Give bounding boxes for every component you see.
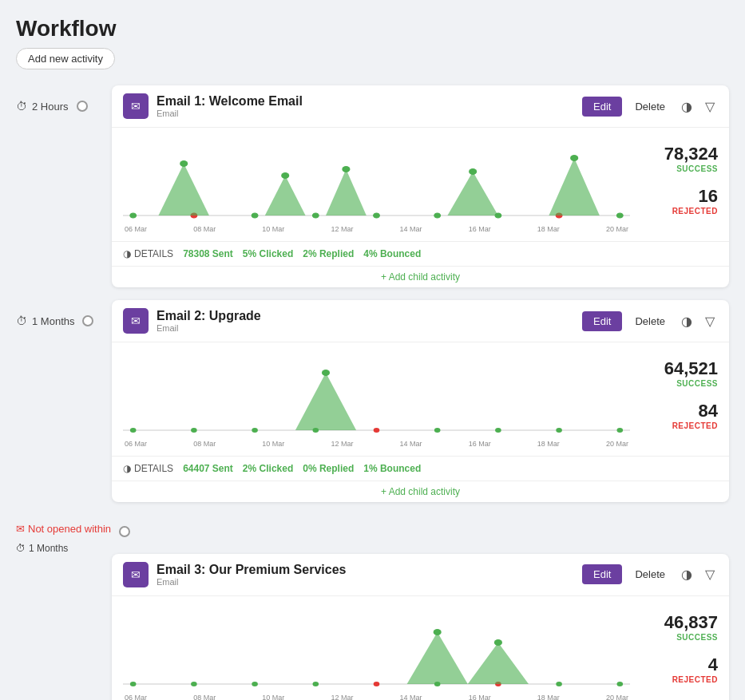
email2-subtitle: Email (157, 323, 574, 333)
pie-icon-footer-2: ◑ (123, 463, 131, 474)
add-activity-button[interactable]: Add new activity (16, 48, 115, 69)
email-icon-2: ✉ (123, 308, 149, 334)
edit-button-2[interactable]: Edit (582, 311, 622, 331)
filter-button-3[interactable]: ▽ (702, 564, 718, 585)
svg-point-19 (570, 155, 578, 161)
condition-time: ⏱ 1 Months (16, 543, 68, 554)
card-email1: ✉ Email 1: Welcome Email Email Edit Dele… (112, 85, 729, 287)
svg-point-26 (434, 428, 441, 433)
card-actions-3: Edit Delete ◑ ▽ (582, 564, 718, 585)
workflow-container: ⏱ 2 Hours ✉ Email 1: Welcome Email Email… (16, 85, 729, 700)
success-number-1: 78,324 (638, 144, 718, 164)
success-label-2: SUCCESS (638, 379, 718, 388)
svg-point-28 (556, 428, 562, 433)
footer-clicked-1: 5% Clicked (243, 248, 293, 259)
condition-label-email3: ✉ Not opened within ⏱ 1 Months (16, 515, 119, 554)
time-dot-2 (82, 315, 93, 326)
footer-replied-2: 0% Replied (303, 463, 354, 474)
delete-button-1[interactable]: Delete (628, 97, 672, 117)
email2-title: Email 2: Upgrade (157, 309, 574, 323)
pie-icon-footer-1: ◑ (123, 248, 131, 259)
svg-marker-42 (407, 632, 468, 684)
svg-point-40 (556, 682, 562, 686)
chart-area-2: 06 Mar08 Mar10 Mar12 Mar 14 Mar16 Mar18 … (123, 350, 630, 448)
edit-button-3[interactable]: Edit (582, 564, 622, 584)
email-icon-3: ✉ (123, 562, 149, 587)
time-value-2: 1 Months (32, 315, 74, 327)
time-label-email2: ⏱ 1 Months (16, 300, 112, 327)
chart-dates-3: 06 Mar08 Mar10 Mar12 Mar 14 Mar16 Mar18 … (123, 694, 630, 700)
footer-sent-2: 64407 Sent (183, 463, 233, 474)
svg-point-1 (130, 213, 137, 218)
pie-chart-button-3[interactable]: ◑ (678, 564, 695, 585)
svg-point-6 (434, 213, 441, 218)
svg-point-5 (374, 213, 380, 218)
card-actions-1: Edit Delete ◑ ▽ (582, 96, 718, 117)
filter-button-1[interactable]: ▽ (702, 96, 718, 117)
edit-button-1[interactable]: Edit (582, 97, 622, 117)
not-opened-text: ✉ Not opened within (16, 523, 111, 536)
details-label-1: DETAILS (134, 248, 173, 259)
email1-subtitle: Email (157, 109, 574, 118)
svg-point-9 (616, 213, 623, 218)
svg-point-29 (616, 428, 623, 433)
footer-sent-1: 78308 Sent (183, 248, 233, 259)
svg-point-37 (374, 682, 380, 686)
details-link-2[interactable]: ◑ DETAILS (123, 463, 173, 474)
chart-area-1: 06 Mar08 Mar10 Mar12 Mar 14 Mar16 Mar18 … (123, 136, 630, 233)
pie-chart-button-2[interactable]: ◑ (678, 310, 695, 332)
stats-area-3: 46,837 SUCCESS 4 REJECTED (638, 604, 718, 684)
footer-bounced-1: 4% Bounced (363, 248, 421, 259)
details-label-2: DETAILS (134, 463, 173, 474)
email3-subtitle: Email (157, 577, 574, 587)
delete-button-2[interactable]: Delete (628, 311, 672, 331)
chart-area-3: 06 Mar08 Mar10 Mar12 Mar 14 Mar16 Mar18 … (123, 604, 630, 700)
svg-point-41 (616, 682, 623, 686)
svg-marker-16 (447, 172, 498, 216)
svg-marker-44 (468, 643, 529, 684)
page-container: Workflow Add new activity ⏱ 2 Hours ✉ Em… (16, 16, 729, 700)
rejected-label-3: REJECTED (638, 675, 718, 684)
card-actions-2: Edit Delete ◑ ▽ (582, 310, 718, 332)
rejected-number-2: 84 (638, 401, 718, 421)
svg-point-27 (495, 428, 501, 433)
success-label-1: SUCCESS (638, 164, 718, 173)
stat-divider-3 (638, 642, 718, 655)
rejected-number-3: 4 (638, 655, 718, 675)
add-child-button-2[interactable]: + Add child activity (112, 481, 729, 502)
card-title-area-3: Email 3: Our Premium Services Email (157, 563, 574, 587)
card-email3: ✉ Email 3: Our Premium Services Email Ed… (112, 554, 729, 700)
pie-chart-button-1[interactable]: ◑ (678, 96, 695, 117)
activity-row-email1: ⏱ 2 Hours ✉ Email 1: Welcome Email Email… (16, 85, 729, 287)
chart-dates-2: 06 Mar08 Mar10 Mar12 Mar 14 Mar16 Mar18 … (123, 440, 630, 448)
envelope-icon-condition: ✉ (16, 523, 25, 536)
rejected-label-1: REJECTED (638, 207, 718, 216)
card-header-email3: ✉ Email 3: Our Premium Services Email Ed… (112, 554, 729, 596)
filter-button-2[interactable]: ▽ (702, 310, 718, 332)
rejected-label-2: REJECTED (638, 421, 718, 430)
delete-button-3[interactable]: Delete (628, 564, 672, 584)
svg-marker-14 (326, 169, 367, 216)
svg-point-45 (494, 639, 502, 646)
email-icon-1: ✉ (123, 93, 149, 119)
svg-marker-12 (265, 176, 306, 216)
svg-point-17 (469, 168, 477, 175)
stat-divider-1 (638, 173, 718, 186)
svg-marker-18 (549, 158, 600, 216)
activity-row-email2: ⏱ 1 Months ✉ Email 2: Upgrade Email Edit… (16, 300, 729, 502)
card-footer-1: ◑ DETAILS 78308 Sent 5% Clicked 2% Repli… (112, 241, 729, 266)
connector-dot-3 (119, 526, 130, 537)
svg-point-25 (374, 428, 380, 433)
chart-svg-1 (123, 136, 630, 223)
add-child-button-1[interactable]: + Add child activity (112, 266, 729, 287)
success-label-3: SUCCESS (638, 633, 718, 642)
success-number-2: 64,521 (638, 358, 718, 379)
card-title-area-2: Email 2: Upgrade Email (157, 309, 574, 333)
card-email2: ✉ Email 2: Upgrade Email Edit Delete ◑ ▽ (112, 300, 729, 502)
svg-point-22 (191, 428, 197, 433)
card-header-email1: ✉ Email 1: Welcome Email Email Edit Dele… (112, 85, 729, 128)
details-link-1[interactable]: ◑ DETAILS (123, 248, 173, 259)
svg-point-4 (312, 213, 319, 218)
stats-area-2: 64,521 SUCCESS 84 REJECTED (638, 350, 718, 430)
svg-marker-10 (158, 164, 209, 216)
